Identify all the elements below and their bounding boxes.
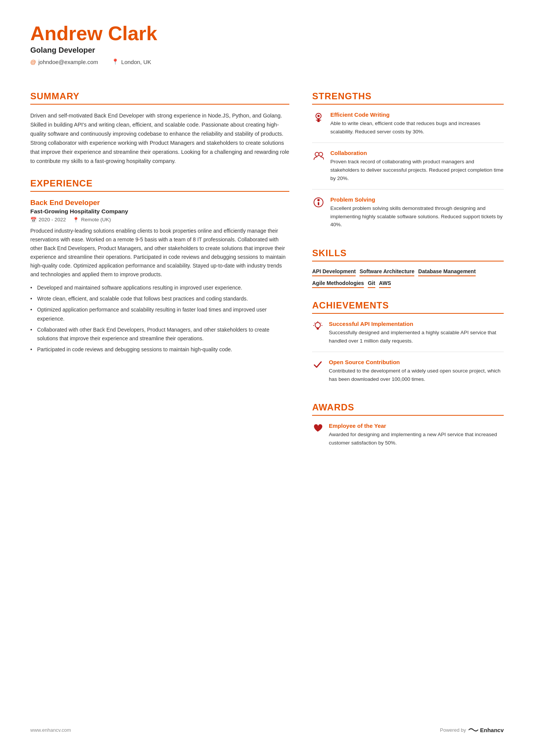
summary-heading: SUMMARY (30, 91, 289, 102)
strength-item: Problem Solving Excellent problem solvin… (312, 196, 504, 236)
achievements-section: ACHIEVEMENTS (312, 300, 504, 390)
achievement-title: Open Source Contribution (329, 359, 504, 365)
header: Andrew Clark Golang Developer @ johndoe@… (30, 23, 504, 65)
job-location: 📍 Remote (UK) (73, 217, 111, 223)
svg-point-1 (317, 115, 320, 117)
email-value: johndoe@example.com (38, 59, 98, 65)
skills-grid: API Development Software Architecture Da… (312, 268, 504, 288)
svg-point-4 (315, 152, 319, 156)
footer-brand: Powered by Enhancv (440, 726, 504, 733)
strength-title: Efficient Code Writing (330, 111, 504, 118)
svg-rect-8 (318, 202, 319, 205)
awards-section: AWARDS Employee of the Year Awarded for … (312, 402, 504, 447)
awards-heading: AWARDS (312, 402, 504, 413)
achievement-content: Successful API Implementation Successful… (329, 321, 504, 345)
pin-icon: 📍 (73, 217, 79, 223)
strength-icon-problem (312, 196, 325, 209)
footer-website: www.enhancv.com (30, 727, 71, 733)
achievement-text: Contributed to the development of a wide… (329, 367, 504, 383)
job-dates-value: 2020 - 2022 (39, 217, 66, 222)
skill-tag: AWS (379, 280, 391, 288)
summary-section: SUMMARY Driven and self-motivated Back E… (30, 91, 289, 166)
achievement-icon-bulb (312, 321, 323, 332)
achievement-content: Open Source Contribution Contributed to … (329, 359, 504, 383)
strength-text: Excellent problem solving skills demonst… (330, 204, 504, 229)
award-item: Employee of the Year Awarded for designi… (312, 423, 504, 447)
skills-divider (312, 261, 504, 261)
candidate-title: Golang Developer (30, 46, 504, 55)
skill-tag: Git (368, 280, 375, 288)
achievements-divider (312, 313, 504, 314)
svg-point-7 (317, 199, 320, 201)
svg-rect-3 (316, 120, 321, 121)
strengths-section: STRENGTHS Efficient Code Writing Able (312, 91, 504, 236)
skill-tag: Database Management (418, 268, 476, 276)
email-contact: @ johndoe@example.com (30, 58, 98, 65)
right-column: STRENGTHS Efficient Code Writing Able (312, 79, 504, 705)
achievement-title: Successful API Implementation (329, 321, 504, 327)
job-meta: 📅 2020 - 2022 📍 Remote (UK) (30, 217, 289, 223)
location-contact: 📍 London, UK (112, 58, 151, 65)
strength-title: Collaboration (330, 150, 504, 156)
awards-divider (312, 415, 504, 416)
bullet-item: Participated in code reviews and debuggi… (30, 345, 289, 354)
location-icon: 📍 (112, 58, 119, 65)
award-text: Awarded for designing and implementing a… (329, 430, 504, 447)
strength-icon-collab (312, 150, 325, 163)
location-value: London, UK (121, 59, 151, 65)
strength-icon-code (312, 111, 325, 124)
achievement-icon-check (312, 359, 323, 370)
candidate-name: Andrew Clark (30, 23, 504, 44)
job-location-value: Remote (UK) (81, 217, 111, 222)
strengths-heading: STRENGTHS (312, 91, 504, 102)
brand-logo: Enhancv (468, 726, 504, 733)
summary-divider (30, 104, 289, 105)
award-content: Employee of the Year Awarded for designi… (329, 423, 504, 447)
job-entry: Back End Developer Fast-Growing Hospital… (30, 199, 289, 354)
strength-text: Able to write clean, efficient code that… (330, 119, 504, 136)
job-company: Fast-Growing Hospitality Company (30, 208, 289, 215)
email-icon: @ (30, 59, 36, 65)
skill-tag: Software Architecture (359, 268, 414, 276)
bullet-item: Developed and maintained software applic… (30, 283, 289, 292)
award-icon-heart (312, 423, 323, 434)
strength-title: Problem Solving (330, 196, 504, 203)
strength-content: Collaboration Proven track record of col… (330, 150, 504, 182)
strength-item: Efficient Code Writing Able to write cle… (312, 111, 504, 143)
job-title: Back End Developer (30, 199, 289, 207)
bullet-item: Collaborated with other Back End Develop… (30, 326, 289, 343)
strengths-divider (312, 104, 504, 105)
skill-tag: API Development (312, 268, 356, 276)
svg-line-11 (314, 323, 315, 323)
experience-section: EXPERIENCE Back End Developer Fast-Growi… (30, 178, 289, 354)
job-bullets: Developed and maintained software applic… (30, 283, 289, 354)
bullet-item: Wrote clean, efficient, and scalable cod… (30, 294, 289, 303)
achievement-item: Open Source Contribution Contributed to … (312, 359, 504, 390)
achievements-heading: ACHIEVEMENTS (312, 300, 504, 311)
powered-by-text: Powered by (440, 727, 466, 733)
achievement-item: Successful API Implementation Successful… (312, 321, 504, 352)
strength-item: Collaboration Proven track record of col… (312, 150, 504, 189)
bullet-item: Optimized application performance and sc… (30, 305, 289, 323)
job-description: Produced industry-leading solutions enab… (30, 227, 289, 279)
award-title: Employee of the Year (329, 423, 504, 429)
svg-point-5 (319, 152, 323, 156)
left-column: SUMMARY Driven and self-motivated Back E… (30, 79, 289, 705)
calendar-icon: 📅 (30, 217, 37, 223)
strength-text: Proven track record of collaborating wit… (330, 158, 504, 182)
job-dates: 📅 2020 - 2022 (30, 217, 66, 223)
svg-point-9 (315, 322, 320, 328)
summary-text: Driven and self-motivated Back End Devel… (30, 111, 289, 166)
achievement-text: Successfully designed and implemented a … (329, 329, 504, 345)
experience-heading: EXPERIENCE (30, 178, 289, 189)
experience-divider (30, 191, 289, 192)
strength-content: Efficient Code Writing Able to write cle… (330, 111, 504, 136)
skill-tag: Agile Methodologies (312, 280, 364, 288)
strength-content: Problem Solving Excellent problem solvin… (330, 196, 504, 229)
svg-line-12 (321, 323, 321, 323)
skills-section: SKILLS API Development Software Architec… (312, 248, 504, 288)
header-contacts: @ johndoe@example.com 📍 London, UK (30, 58, 504, 65)
brand-name: Enhancv (480, 727, 504, 733)
footer: www.enhancv.com Powered by Enhancv (30, 720, 504, 733)
skills-heading: SKILLS (312, 248, 504, 258)
